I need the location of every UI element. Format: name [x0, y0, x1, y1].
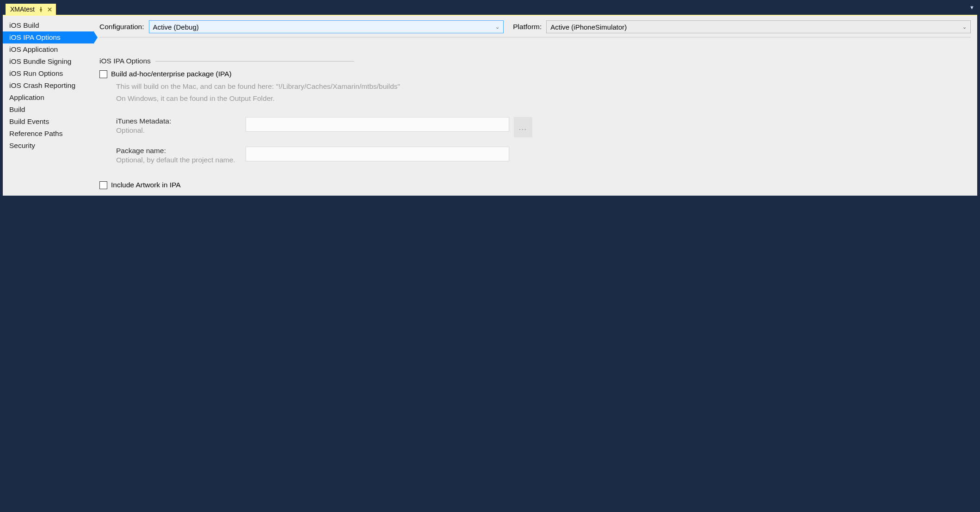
sidebar-item-label: Security: [9, 142, 35, 149]
sidebar-item[interactable]: iOS Bundle Signing: [3, 56, 94, 68]
sidebar-item-label: Reference Paths: [9, 130, 62, 137]
settings-content: Configuration: Active (Debug) ⌄ Platform…: [94, 16, 977, 196]
package-name-input[interactable]: [246, 147, 509, 161]
sidebar-item[interactable]: iOS Build: [3, 19, 94, 31]
sidebar-item-label: Application: [9, 93, 44, 101]
sidebar-item-label: iOS Bundle Signing: [9, 57, 71, 65]
ipa-hint-2: On Windows, it can be found in the Outpu…: [116, 93, 971, 104]
sidebar-item[interactable]: iOS Crash Reporting: [3, 80, 94, 92]
configuration-combo[interactable]: Active (Debug) ⌄: [149, 20, 504, 33]
configuration-value: Active (Debug): [153, 23, 199, 31]
build-ipa-checkbox-row[interactable]: Build ad-hoc/enterprise package (IPA): [99, 70, 971, 78]
section-header: iOS IPA Options: [99, 57, 971, 65]
platform-combo[interactable]: Active (iPhoneSimulator) ⌄: [546, 20, 971, 33]
sidebar-item-label: iOS Run Options: [9, 69, 63, 77]
itunes-metadata-hint: Optional.: [116, 126, 246, 135]
ellipsis-icon: …: [518, 123, 528, 132]
settings-sidebar: iOS BuildiOS IPA OptionsiOS Applicationi…: [3, 16, 94, 196]
sidebar-item[interactable]: Reference Paths: [3, 128, 94, 140]
sidebar-item[interactable]: iOS Run Options: [3, 68, 94, 80]
document-tab[interactable]: XMAtest: [6, 4, 56, 15]
ipa-hint-1: This will build on the Mac, and can be f…: [116, 81, 971, 92]
build-ipa-checkbox[interactable]: [99, 70, 107, 78]
browse-button[interactable]: …: [514, 117, 532, 137]
sidebar-item-label: iOS Crash Reporting: [9, 81, 75, 89]
include-artwork-checkbox[interactable]: [99, 181, 107, 189]
config-row: Configuration: Active (Debug) ⌄ Platform…: [99, 20, 971, 37]
configuration-label: Configuration:: [99, 23, 144, 31]
itunes-metadata-label: iTunes Metadata:: [116, 117, 246, 125]
section-title: iOS IPA Options: [99, 57, 151, 65]
include-artwork-label: Include Artwork in IPA: [111, 181, 180, 189]
pin-icon[interactable]: [38, 7, 43, 12]
itunes-metadata-input[interactable]: [246, 117, 509, 132]
sidebar-item[interactable]: Application: [3, 92, 94, 104]
divider: [155, 61, 354, 62]
chevron-down-icon: ⌄: [962, 24, 967, 30]
sidebar-item[interactable]: Security: [3, 140, 94, 152]
tab-bar: XMAtest ▼: [3, 3, 977, 15]
sidebar-item-label: iOS Build: [9, 21, 39, 29]
package-name-label: Package name:: [116, 147, 246, 155]
sidebar-item[interactable]: Build Events: [3, 116, 94, 128]
window-menu-dropdown-icon[interactable]: ▼: [969, 5, 974, 10]
platform-label: Platform:: [513, 23, 542, 31]
build-ipa-label: Build ad-hoc/enterprise package (IPA): [111, 70, 232, 78]
sidebar-item[interactable]: iOS Application: [3, 43, 94, 56]
sidebar-item-label: iOS Application: [9, 45, 58, 53]
sidebar-item-label: iOS IPA Options: [9, 33, 61, 41]
package-name-hint: Optional, by default the project name.: [116, 156, 246, 164]
platform-value: Active (iPhoneSimulator): [550, 23, 627, 31]
close-icon[interactable]: [47, 7, 52, 12]
sidebar-item[interactable]: Build: [3, 104, 94, 116]
sidebar-item-label: Build Events: [9, 117, 49, 125]
sidebar-item[interactable]: iOS IPA Options: [3, 31, 94, 43]
tab-title: XMAtest: [10, 6, 35, 13]
sidebar-item-label: Build: [9, 105, 25, 113]
chevron-down-icon: ⌄: [495, 24, 499, 30]
include-artwork-checkbox-row[interactable]: Include Artwork in IPA: [99, 181, 971, 189]
